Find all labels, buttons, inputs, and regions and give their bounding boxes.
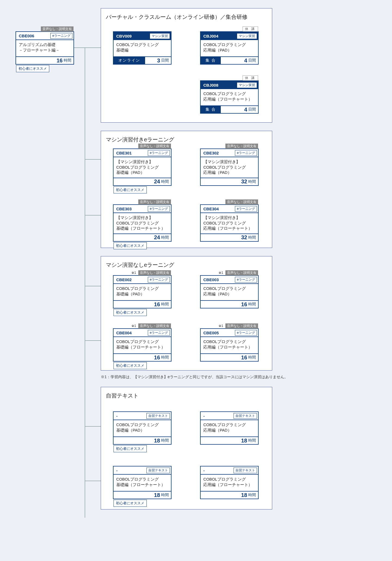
course-code: CBJ004 [203, 34, 218, 38]
duration-value: 18 [241, 492, 247, 498]
audio-note-label: 音声なし・説明文有 [225, 144, 258, 149]
duration-value: 24 [154, 234, 160, 241]
suspended-label: 休 講 [243, 26, 258, 32]
section-title: 自習テキスト [106, 392, 267, 399]
course-title: COBOLプログラミング応用編（PAD） [201, 284, 258, 300]
suspended-label: 休 講 [243, 75, 258, 81]
course-card-cbe301[interactable]: 音声なし・説明文有 CBE301 eラーニング 【マシン演習付き】COBOLプロ… [113, 148, 171, 186]
duration-unit: 時間 [161, 355, 169, 360]
footnote-text: ※1：学習内容は、【マシン演習付き】eラーニングと同じですが、当該コースにはマシ… [101, 375, 288, 380]
duration-value: 18 [154, 492, 160, 498]
course-card-cbj004[interactable]: 休 講 CBJ004 マシン実習 COBOLプログラミング応用編（PAD） 集 … [200, 31, 259, 65]
course-type-tag: 自習テキスト [146, 468, 170, 473]
duration-unit: 日間 [248, 107, 256, 112]
audio-note-label: 音声なし・説明文有 [225, 323, 258, 329]
audio-note-label: 音声なし・説明文有 [225, 270, 258, 275]
course-card-cbe303[interactable]: 音声なし・説明文有 CBE303 eラーニング 【マシン演習付き】COBOLプロ… [113, 204, 171, 242]
course-code: - [203, 414, 205, 418]
course-type-tag: eラーニング [50, 33, 72, 39]
course-type-tag: eラーニング [148, 330, 170, 336]
course-card-cbe004[interactable]: ※1 音声なし・説明文有 CBE004 eラーニング COBOLプログラミング基… [113, 328, 171, 362]
course-card-cbe006[interactable]: 音声なし・説明文有 CBE006 eラーニング アルゴリズムの基礎－フローチャー… [16, 31, 74, 65]
audio-note-label: 音声なし・説明文有 [138, 199, 171, 205]
duration-unit: 時間 [64, 58, 72, 63]
duration-unit: 日間 [161, 58, 169, 63]
course-code: CBV009 [116, 34, 132, 38]
section-title: バーチャル・クラスルーム（オンライン研修）／集合研修 [106, 13, 267, 21]
delivery-mode: オンライン [114, 57, 145, 64]
duration-unit: 時間 [161, 302, 169, 307]
course-title: COBOLプログラミング基礎編 [114, 40, 171, 56]
course-card-cbe003[interactable]: ※1 音声なし・説明文有 CBE003 eラーニング COBOLプログラミング応… [200, 275, 259, 308]
course-type-tag: マシン実習 [150, 33, 170, 39]
course-card-selfstudy-fc-adv[interactable]: - 自習テキスト COBOLプログラミング応用編（フローチャート） 18 時間 [200, 466, 259, 499]
course-title: COBOLプログラミング基礎編（PAD） [114, 420, 171, 436]
duration-unit: 時間 [161, 179, 169, 184]
audio-note-label: 音声なし・説明文有 [138, 270, 171, 275]
section-title: マシン演習なしeラーニング [106, 261, 267, 269]
course-card-cbe005[interactable]: ※1 音声なし・説明文有 CBE005 eラーニング COBOLプログラミング応… [200, 328, 259, 362]
course-type-tag: マシン実習 [237, 33, 257, 39]
course-card-cbj008[interactable]: 休 講 CBJ008 マシン実習 COBOLプログラミング応用編（フローチャート… [200, 80, 259, 114]
beginner-badge: 初心者にオススメ [114, 500, 147, 507]
course-code: CBE004 [116, 330, 132, 335]
course-title: 【マシン演習付き】COBOLプログラミング基礎編（PAD） [114, 157, 171, 178]
beginner-badge: 初心者にオススメ [114, 242, 147, 249]
star-note: ※1 [131, 270, 136, 275]
beginner-badge: 初心者にオススメ [114, 445, 147, 452]
duration-unit: 日間 [248, 58, 256, 63]
beginner-badge: 初心者にオススメ [16, 65, 49, 72]
course-title: COBOLプログラミング基礎編（フローチャート） [114, 337, 171, 353]
course-title: COBOLプログラミング応用編（フローチャート） [201, 89, 258, 105]
course-type-tag: 自習テキスト [146, 413, 170, 419]
duration-value: 16 [154, 301, 160, 308]
course-card-cbe304[interactable]: 音声なし・説明文有 CBE304 eラーニング 【マシン演習付き】COBOLプロ… [200, 204, 259, 242]
course-code: CBE006 [19, 34, 34, 38]
delivery-mode: 集 合 [201, 106, 221, 113]
course-code: CBJ008 [203, 83, 218, 87]
course-type-tag: eラーニング [148, 277, 170, 283]
course-type-tag: 自習テキスト [234, 413, 257, 419]
beginner-badge: 初心者にオススメ [114, 186, 147, 193]
duration-value: 16 [241, 354, 247, 361]
duration-value: 18 [154, 438, 160, 444]
course-title: 【マシン演習付き】COBOLプログラミング基礎編（フローチャート） [114, 213, 171, 234]
course-type-tag: eラーニング [235, 150, 257, 156]
duration-unit: 時間 [248, 493, 256, 498]
audio-note-label: 音声なし・説明文有 [225, 199, 258, 205]
course-card-cbv009[interactable]: CBV009 マシン実習 COBOLプログラミング基礎編 オンライン 3 日間 [113, 31, 171, 65]
course-title: COBOLプログラミング応用編（フローチャート） [201, 475, 258, 491]
course-title: COBOLプログラミング応用編（PAD） [201, 40, 258, 56]
course-card-selfstudy-fc-basic[interactable]: - 自習テキスト COBOLプログラミング基礎編（フローチャート） 18 時間 … [113, 466, 171, 499]
duration-unit: 時間 [248, 438, 256, 443]
course-type-tag: eラーニング [148, 206, 170, 212]
duration-value: 4 [244, 57, 247, 64]
course-card-selfstudy-pad-basic[interactable]: - 自習テキスト COBOLプログラミング基礎編（PAD） 18 時間 初心者に… [113, 411, 171, 445]
duration-unit: 時間 [248, 235, 256, 240]
course-code: - [116, 414, 118, 418]
duration-unit: 時間 [161, 438, 169, 443]
course-card-cbe002[interactable]: ※1 音声なし・説明文有 CBE002 eラーニング COBOLプログラミング基… [113, 275, 171, 308]
course-card-selfstudy-pad-adv[interactable]: - 自習テキスト COBOLプログラミング応用編（PAD） 18 時間 [200, 411, 259, 445]
course-code: CBE002 [116, 277, 132, 282]
duration-unit: 時間 [248, 355, 256, 360]
course-code: CBE005 [203, 330, 219, 335]
star-note: ※1 [219, 270, 223, 275]
duration-value: 16 [241, 301, 247, 308]
section-title: マシン演習付きeラーニング [106, 136, 267, 143]
audio-note-label: 音声なし・説明文有 [138, 144, 171, 149]
course-title: COBOLプログラミング応用編（PAD） [201, 420, 258, 436]
duration-value: 18 [241, 438, 247, 444]
course-code: CBE301 [116, 151, 132, 155]
course-card-cbe302[interactable]: 音声なし・説明文有 CBE302 eラーニング 【マシン演習付き】COBOLプロ… [200, 148, 259, 186]
course-title: 【マシン演習付き】COBOLプログラミング応用編（フローチャート） [201, 213, 258, 234]
course-title: COBOLプログラミング基礎編（フローチャート） [114, 475, 171, 491]
beginner-badge: 初心者にオススメ [114, 309, 147, 316]
course-type-tag: eラーニング [235, 206, 257, 212]
duration-unit: 時間 [161, 493, 169, 498]
duration-value: 32 [241, 234, 247, 241]
duration-value: 24 [154, 178, 160, 185]
duration-value: 16 [154, 354, 160, 361]
course-code: CBE304 [203, 207, 219, 211]
course-code: - [116, 468, 118, 473]
